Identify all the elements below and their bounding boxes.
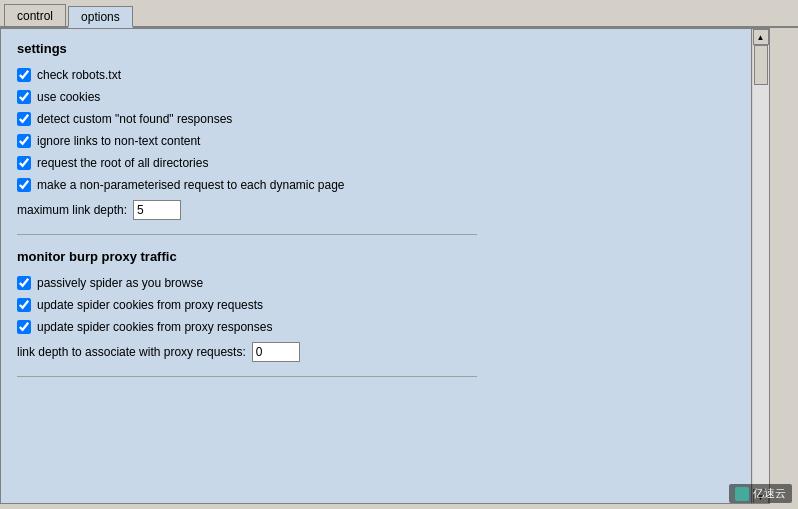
max-link-depth-row: maximum link depth:: [17, 200, 737, 220]
main-panel: settings check robots.txt use cookies de…: [0, 28, 770, 504]
settings-title: settings: [17, 41, 737, 56]
checkbox-label-use-cookies: use cookies: [37, 90, 100, 104]
checkbox-row-check-robots: check robots.txt: [17, 68, 737, 82]
checkbox-label-update-cookies-responses: update spider cookies from proxy respons…: [37, 320, 272, 334]
scrollbar: ▲ ▼: [751, 29, 769, 504]
watermark: 亿速云: [729, 484, 792, 503]
checkbox-row-passively-spider: passively spider as you browse: [17, 276, 737, 290]
checkbox-row-update-cookies-responses: update spider cookies from proxy respons…: [17, 320, 737, 334]
watermark-text: 亿速云: [753, 486, 786, 501]
checkbox-label-passively-spider: passively spider as you browse: [37, 276, 203, 290]
checkbox-label-detect-custom: detect custom "not found" responses: [37, 112, 232, 126]
watermark-icon: [735, 487, 749, 501]
monitor-title: monitor burp proxy traffic: [17, 249, 737, 264]
checkbox-row-detect-custom: detect custom "not found" responses: [17, 112, 737, 126]
max-link-depth-input[interactable]: [133, 200, 181, 220]
divider-2: [17, 376, 477, 377]
divider-1: [17, 234, 477, 235]
checkbox-label-request-root: request the root of all directories: [37, 156, 208, 170]
checkbox-label-ignore-links: ignore links to non-text content: [37, 134, 200, 148]
checkbox-label-update-cookies-requests: update spider cookies from proxy request…: [37, 298, 263, 312]
checkbox-row-make-request: make a non-parameterised request to each…: [17, 178, 737, 192]
scrollable-content: settings check robots.txt use cookies de…: [1, 29, 753, 504]
checkbox-use-cookies[interactable]: [17, 90, 31, 104]
tab-control[interactable]: control: [4, 4, 66, 26]
scrollbar-thumb[interactable]: [754, 45, 768, 85]
link-depth-proxy-input[interactable]: [252, 342, 300, 362]
checkbox-label-make-request: make a non-parameterised request to each…: [37, 178, 345, 192]
checkbox-label-check-robots: check robots.txt: [37, 68, 121, 82]
max-link-depth-label: maximum link depth:: [17, 203, 127, 217]
scrollbar-track: [753, 45, 769, 504]
checkbox-update-cookies-responses[interactable]: [17, 320, 31, 334]
tab-options[interactable]: options: [68, 6, 133, 28]
checkbox-row-update-cookies-requests: update spider cookies from proxy request…: [17, 298, 737, 312]
checkbox-update-cookies-requests[interactable]: [17, 298, 31, 312]
checkbox-make-request[interactable]: [17, 178, 31, 192]
checkbox-check-robots[interactable]: [17, 68, 31, 82]
checkbox-detect-custom[interactable]: [17, 112, 31, 126]
link-depth-proxy-row: link depth to associate with proxy reque…: [17, 342, 737, 362]
scrollbar-up-button[interactable]: ▲: [753, 29, 769, 45]
checkbox-request-root[interactable]: [17, 156, 31, 170]
checkbox-row-request-root: request the root of all directories: [17, 156, 737, 170]
checkbox-passively-spider[interactable]: [17, 276, 31, 290]
checkbox-row-use-cookies: use cookies: [17, 90, 737, 104]
checkbox-row-ignore-links: ignore links to non-text content: [17, 134, 737, 148]
checkbox-ignore-links[interactable]: [17, 134, 31, 148]
link-depth-proxy-label: link depth to associate with proxy reque…: [17, 345, 246, 359]
tab-bar: control options: [0, 0, 798, 28]
